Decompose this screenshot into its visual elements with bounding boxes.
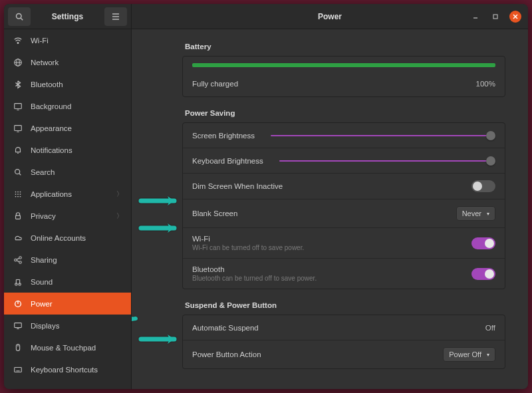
battery-panel: Fully charged 100%: [182, 56, 505, 97]
svg-point-9: [17, 42, 19, 43]
bluetooth-toggle[interactable]: [471, 268, 495, 280]
chevron-down-icon: ▾: [487, 211, 489, 217]
battery-bar-row: [183, 57, 505, 71]
wifi-toggle[interactable]: [471, 237, 495, 249]
bluetooth-row: Bluetooth Bluetooth can be turned off to…: [183, 259, 505, 289]
annotation-arrow-power: [132, 313, 144, 356]
sidebar-item-label: Sharing: [31, 256, 122, 264]
privacy-icon: [13, 211, 23, 221]
hamburger-icon: [112, 13, 120, 20]
blank-screen-value: Never: [462, 209, 481, 217]
online-accounts-icon: [13, 233, 23, 243]
screen-brightness-row: Screen Brightness: [183, 123, 505, 148]
sidebar-item-notifications[interactable]: Notifications: [4, 139, 131, 161]
svg-point-20: [15, 191, 17, 192]
background-icon: [13, 102, 23, 111]
suspend-panel: Automatic Suspend Off Power Button Actio…: [182, 315, 505, 369]
svg-line-34: [17, 260, 19, 261]
close-button[interactable]: [509, 11, 521, 23]
svg-line-19: [19, 173, 21, 175]
sidebar-item-keyboard[interactable]: Keyboard Shortcuts: [4, 358, 131, 380]
sidebar-item-privacy[interactable]: Privacy〉: [4, 205, 131, 227]
svg-rect-6: [493, 15, 497, 19]
keyboard-brightness-slider[interactable]: [279, 156, 495, 166]
settings-window: Settings Power Wi-FiNetworkBluetoothBack…: [4, 4, 528, 389]
sidebar-item-search[interactable]: Search: [4, 161, 131, 183]
maximize-button[interactable]: [489, 11, 501, 23]
sidebar-item-sharing[interactable]: Sharing: [4, 249, 131, 271]
minimize-button[interactable]: [469, 11, 481, 23]
applications-icon: [13, 190, 23, 199]
search-icon: [15, 13, 23, 21]
titlebar-right: Power: [132, 4, 528, 29]
screen-brightness-slider[interactable]: [271, 131, 495, 140]
keyboard-brightness-label: Keyboard Brightness: [192, 157, 263, 165]
power-icon: [13, 299, 23, 309]
search-button[interactable]: [8, 7, 31, 26]
battery-status-row: Fully charged 100%: [183, 71, 505, 96]
slider-thumb: [486, 131, 495, 140]
toggle-knob: [473, 182, 482, 191]
slider-track: [271, 135, 491, 136]
dim-screen-label: Dim Screen When Inactive: [192, 182, 465, 190]
auto-suspend-row[interactable]: Automatic Suspend Off: [183, 315, 505, 340]
sidebar-item-power[interactable]: Power: [4, 293, 131, 315]
search-icon: [13, 168, 23, 177]
dim-screen-toggle[interactable]: [471, 180, 495, 192]
maximize-icon: [492, 13, 499, 20]
titlebar: Settings Power: [4, 4, 528, 29]
annotation-arrow-blank: [138, 222, 181, 237]
keyboard-brightness-row: Keyboard Brightness: [183, 148, 505, 174]
bluetooth-label: Bluetooth: [192, 265, 465, 273]
sidebar-item-wifi[interactable]: Wi-Fi: [4, 29, 131, 51]
svg-rect-13: [15, 103, 22, 108]
sidebar-item-mouse[interactable]: Mouse & Touchpad: [4, 336, 131, 358]
blank-screen-row: Blank Screen Never ▾: [183, 199, 505, 228]
displays-icon: [13, 321, 23, 330]
svg-point-32: [19, 261, 22, 263]
blank-screen-dropdown[interactable]: Never ▾: [456, 206, 495, 221]
wifi-sublabel: Wi-Fi can be turned off to save power.: [192, 244, 465, 251]
toggle-knob: [485, 239, 494, 248]
chevron-right-icon: 〉: [116, 190, 122, 199]
wifi-row: Wi-Fi Wi-Fi can be turned off to save po…: [183, 228, 505, 259]
slider-thumb: [486, 156, 495, 166]
power-button-dropdown[interactable]: Power Off ▾: [443, 347, 495, 362]
sidebar-item-label: Keyboard Shortcuts: [31, 366, 122, 374]
svg-point-28: [20, 196, 21, 197]
content-area[interactable]: Battery Fully charged 100% Power Saving …: [132, 29, 528, 389]
sidebar-item-online-accounts[interactable]: Online Accounts: [4, 227, 131, 249]
dim-screen-row: Dim Screen When Inactive: [183, 174, 505, 199]
battery-bar-fill: [192, 63, 495, 67]
sidebar-item-sound[interactable]: Sound: [4, 271, 131, 293]
power-saving-panel: Screen Brightness Keyboard Brightness Di…: [182, 122, 505, 289]
sidebar-item-displays[interactable]: Displays: [4, 315, 131, 336]
svg-point-0: [17, 13, 22, 19]
sidebar-item-label: Network: [31, 59, 122, 66]
hamburger-button[interactable]: [104, 7, 127, 26]
notifications-icon: [13, 146, 23, 155]
close-icon: [512, 13, 519, 20]
battery-status-label: Fully charged: [192, 80, 469, 88]
svg-point-25: [20, 194, 21, 195]
sidebar-item-bluetooth[interactable]: Bluetooth: [4, 73, 131, 95]
minimize-icon: [472, 13, 479, 20]
power-button-row: Power Button Action Power Off ▾: [183, 340, 505, 368]
annotation-arrow-dim: [138, 195, 181, 209]
sidebar-item-label: Background: [31, 102, 122, 110]
keyboard-icon: [13, 365, 23, 374]
svg-rect-15: [15, 125, 22, 130]
sidebar-item-label: Mouse & Touchpad: [31, 344, 122, 352]
screen-brightness-label: Screen Brightness: [192, 132, 255, 140]
window-controls: [469, 11, 528, 23]
sidebar-item-network[interactable]: Network: [4, 51, 131, 73]
blank-screen-label: Blank Screen: [192, 209, 450, 217]
sidebar-item-label: Bluetooth: [31, 80, 122, 88]
auto-suspend-label: Automatic Suspend: [192, 324, 479, 332]
sidebar-item-background[interactable]: Background: [4, 95, 131, 117]
svg-point-30: [15, 259, 17, 261]
svg-point-26: [15, 196, 17, 197]
sidebar-item-appearance[interactable]: Appearance: [4, 117, 131, 139]
suspend-heading: Suspend & Power Button: [185, 301, 505, 309]
sidebar-item-applications[interactable]: Applications〉: [4, 183, 131, 205]
